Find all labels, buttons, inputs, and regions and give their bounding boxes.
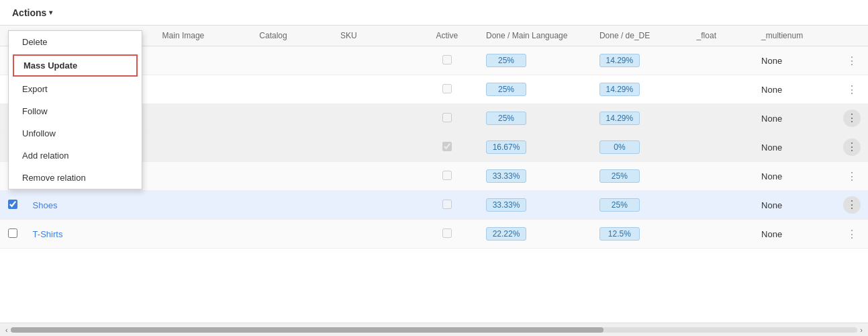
row-name-link[interactable]: T-Shirts [33, 229, 63, 239]
row-active-cell [415, 191, 479, 220]
row-actions-cell: ⋮ [836, 133, 868, 162]
row-actions-cell: ⋮ [836, 75, 868, 104]
header-main-image-col: Main Image [156, 26, 253, 46]
row-multienum: None [755, 133, 836, 162]
menu-item-export[interactable]: Export [9, 78, 142, 100]
header-row-actions-col [836, 26, 868, 46]
row-actions-cell: ⋮ [836, 191, 868, 220]
scroll-track[interactable] [11, 327, 858, 333]
row-done-de: 14.29% [593, 104, 690, 133]
row-action-dots[interactable]: ⋮ [843, 138, 861, 156]
row-sku [334, 162, 415, 191]
row-active-checkbox[interactable] [442, 113, 452, 122]
actions-button[interactable]: Actions ▾ [8, 5, 56, 21]
row-action-dots[interactable]: ⋮ [843, 225, 861, 243]
row-name-link[interactable]: Shoes [33, 200, 58, 210]
done-main-pill: 33.33% [486, 169, 526, 183]
row-active-cell [415, 162, 479, 191]
menu-item-mass-update[interactable]: Mass Update [13, 54, 138, 77]
row-catalog [252, 46, 334, 75]
row-done-main: 33.33% [479, 162, 593, 191]
menu-item-delete[interactable]: Delete [9, 31, 142, 53]
row-main-image [156, 220, 253, 249]
done-main-pill: 25% [486, 54, 526, 67]
row-action-dots[interactable]: ⋮ [843, 196, 861, 214]
row-float [690, 133, 755, 162]
done-de-pill: 12.5% [599, 227, 640, 241]
row-checkbox[interactable] [8, 228, 17, 238]
row-checkbox[interactable] [8, 200, 17, 209]
row-main-image [156, 191, 253, 220]
row-sku [334, 104, 415, 133]
row-active-checkbox[interactable] [442, 55, 452, 65]
row-actions-cell: ⋮ [836, 104, 868, 133]
row-done-main: 25% [479, 104, 593, 133]
row-multienum: None [755, 162, 836, 191]
row-active-checkbox[interactable] [442, 142, 452, 151]
horizontal-scrollbar[interactable]: ‹ › [0, 323, 868, 336]
done-main-pill: 16.67% [486, 140, 526, 154]
row-active-checkbox[interactable] [442, 228, 452, 238]
row-multienum: None [755, 220, 836, 249]
row-sku [334, 46, 415, 75]
row-catalog [252, 220, 334, 249]
row-main-image [156, 46, 253, 75]
row-done-de: 14.29% [593, 46, 690, 75]
row-action-dots[interactable]: ⋮ [843, 167, 861, 185]
actions-label: Actions [12, 7, 46, 18]
row-sku [334, 75, 415, 104]
actions-dropdown: DeleteMass UpdateExportFollowUnfollowAdd… [8, 30, 142, 190]
done-de-pill: 0% [599, 140, 640, 154]
header-float-col: _float [690, 26, 755, 46]
row-done-de: 25% [593, 191, 690, 220]
row-multienum: None [755, 104, 836, 133]
row-catalog [252, 104, 334, 133]
row-active-cell [415, 75, 479, 104]
row-float [690, 220, 755, 249]
row-actions-cell: ⋮ [836, 46, 868, 75]
row-done-de: 0% [593, 133, 690, 162]
scroll-thumb[interactable] [11, 327, 604, 333]
scroll-left-arrow[interactable]: ‹ [3, 326, 11, 334]
caret-icon: ▾ [49, 9, 52, 16]
done-main-pill: 25% [486, 112, 526, 125]
row-main-image [156, 162, 253, 191]
row-action-dots[interactable]: ⋮ [843, 81, 861, 98]
header-sku-col: SKU [334, 26, 415, 46]
row-done-main: 22.22% [479, 220, 593, 249]
scroll-right-arrow[interactable]: › [857, 326, 865, 334]
menu-item-add-relation[interactable]: Add relation [9, 144, 142, 167]
header-active-col: Active [415, 26, 479, 46]
row-float [690, 191, 755, 220]
done-de-pill: 14.29% [599, 54, 640, 67]
row-float [690, 104, 755, 133]
table-row: T-Shirts22.22%12.5%None⋮ [0, 220, 868, 249]
row-done-main: 16.67% [479, 133, 593, 162]
row-main-image [156, 104, 253, 133]
row-float [690, 162, 755, 191]
done-de-pill: 25% [599, 198, 640, 212]
row-sku [334, 191, 415, 220]
row-active-cell [415, 133, 479, 162]
row-catalog [252, 191, 334, 220]
row-sku [334, 133, 415, 162]
row-active-checkbox[interactable] [442, 84, 452, 93]
row-multienum: None [755, 75, 836, 104]
row-action-dots[interactable]: ⋮ [843, 52, 861, 69]
menu-item-remove-relation[interactable]: Remove relation [9, 167, 142, 189]
menu-item-unfollow[interactable]: Unfollow [9, 122, 142, 144]
row-active-checkbox[interactable] [442, 200, 452, 209]
row-active-checkbox[interactable] [442, 171, 452, 180]
row-actions-cell: ⋮ [836, 162, 868, 191]
row-multienum: None [755, 191, 836, 220]
header-done-de-col: Done / de_DE [593, 26, 690, 46]
done-de-pill: 14.29% [599, 112, 640, 125]
header-multienum-col: _multienum [755, 26, 836, 46]
menu-item-follow[interactable]: Follow [9, 100, 142, 122]
done-de-pill: 14.29% [599, 83, 640, 96]
row-active-cell [415, 46, 479, 75]
row-action-dots[interactable]: ⋮ [843, 110, 861, 127]
row-active-cell [415, 220, 479, 249]
row-catalog [252, 75, 334, 104]
row-main-image [156, 75, 253, 104]
